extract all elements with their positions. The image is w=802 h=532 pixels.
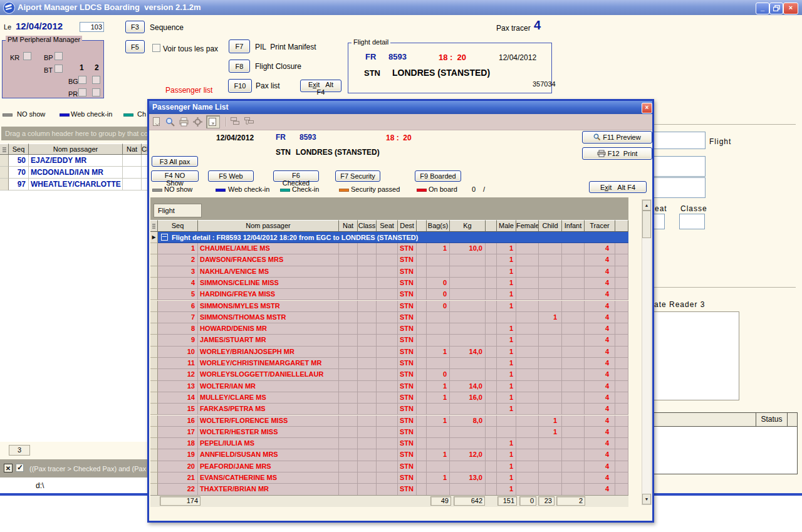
scroll-down-icon[interactable]: ▼ <box>642 494 651 504</box>
passenger-row[interactable]: 12WORLEYSLOGGETT/DANIELLELAURSTN014 <box>150 369 628 380</box>
dialog-exit-button[interactable]: ExitAlt F4 <box>589 181 647 193</box>
grid-header-seq[interactable]: Seq <box>158 220 198 232</box>
f3-button[interactable]: F3 <box>125 21 145 33</box>
passenger-row[interactable]: 16WOLTER/FLORENCE MISSSTN18,014 <box>150 415 628 427</box>
f9-boarded-button[interactable]: F9 Boarded <box>415 170 461 182</box>
collapse-groups-icon[interactable] <box>230 117 241 127</box>
passenger-row[interactable]: 10WORLEY/BRIANJOSEPH MRSTN114,014 <box>150 347 628 358</box>
grid-header-sp1[interactable] <box>417 220 427 232</box>
counter-input[interactable] <box>80 22 104 32</box>
filter-checkbox[interactable] <box>16 464 24 472</box>
passenger-row[interactable]: 9JAMES/STUART MRSTN14 <box>150 335 628 346</box>
pr-checkbox-2[interactable] <box>92 88 100 96</box>
cell-bags: 0 <box>427 301 450 312</box>
grid-header-tracer[interactable]: Tracer <box>585 220 615 232</box>
search-icon[interactable] <box>165 117 175 127</box>
layout-toggle-button[interactable] <box>206 115 220 128</box>
status-table-status-header[interactable]: Status <box>756 413 788 427</box>
group-by-tab[interactable]: Flight detail△ <box>154 204 202 217</box>
bg-table-row[interactable]: 50EJAZ/EDDY MR <box>0 155 148 167</box>
classe-input[interactable] <box>679 214 705 229</box>
passenger-row[interactable]: 2DAWSON/FRANCES MRSSTN14 <box>150 254 628 266</box>
bg-header-Seq[interactable]: Seq <box>9 143 29 155</box>
grid-header-gutter[interactable] <box>150 220 158 232</box>
bg-header-Nat[interactable]: Nat <box>123 143 142 155</box>
grid-header-dest[interactable]: Dest <box>398 220 417 232</box>
bg-header-gutter[interactable] <box>0 143 9 155</box>
passenger-row[interactable]: 19ANNFIELD/SUSAN MRSSTN112,014 <box>150 449 628 461</box>
grid-header-seat[interactable]: Seat <box>377 220 398 232</box>
grid-header-name[interactable]: Nom passager <box>198 220 339 232</box>
bp-checkbox[interactable] <box>55 52 63 60</box>
f12-print-button[interactable]: F12 Print <box>582 147 652 160</box>
passenger-row[interactable]: 14MULLEY/CLARE MSSTN116,014 <box>150 392 628 404</box>
dialog-close-icon[interactable]: × <box>642 103 652 113</box>
group-row-caption[interactable]: Flight detail : FR8593 12/04/2012 18:20 … <box>158 232 628 243</box>
voir-tous-checkbox[interactable] <box>152 44 160 52</box>
filter-clear-button[interactable]: ✕ <box>4 464 13 472</box>
passenger-row[interactable]: 17WOLTER/HESTER MISSSTN14 <box>150 427 628 438</box>
cell-nat <box>339 427 358 438</box>
group-row[interactable]: ▶Flight detail : FR8593 12/04/2012 18:20… <box>150 232 628 243</box>
bg-checkbox-2[interactable] <box>92 76 100 84</box>
pr-checkbox-1[interactable] <box>78 88 86 96</box>
f4-no-show-button[interactable]: F4 NO Show <box>151 170 199 182</box>
scrollbar-thumb[interactable] <box>642 211 651 238</box>
scroll-up-icon[interactable]: ▲ <box>642 200 651 211</box>
grid-header-male[interactable]: Male <box>497 220 516 232</box>
grid-header-kg[interactable]: Kg <box>450 220 486 232</box>
grid-header-cls[interactable]: Class <box>358 220 377 232</box>
passenger-row[interactable]: 3NAKHLA/VENICE MSSTN14 <box>150 266 628 278</box>
passenger-row[interactable]: 11WORLEY/CHRISTINEMARGARET MRSTN14 <box>150 358 628 369</box>
f5-web-button[interactable]: F5 Web <box>208 170 254 182</box>
passenger-row[interactable]: 1CHAUMEL/AMLIE MSSTN110,014 <box>150 243 628 254</box>
exit-button[interactable]: ExitAlt F4 <box>300 80 341 92</box>
f3-all-pax-button[interactable]: F3 All pax <box>152 156 198 167</box>
passenger-row[interactable]: 6SIMMONS/MYLES MSTRSTN014 <box>150 301 628 312</box>
status-table-extra-header[interactable] <box>788 413 797 427</box>
grid-header-child[interactable]: Child <box>539 220 562 232</box>
passenger-row[interactable]: 8HOWARD/DENIS MRSTN14 <box>150 323 628 335</box>
bg-table-row[interactable]: 70MCDONALD/IAN MR <box>0 167 148 179</box>
passenger-row[interactable]: 4SIMMONS/CELINE MISSSTN014 <box>150 278 628 289</box>
passenger-row[interactable]: 22THAXTER/BRIAN MRSTN14 <box>150 484 628 495</box>
expand-groups-icon[interactable] <box>244 117 254 127</box>
passenger-row[interactable]: 21EVANS/CATHERINE MSSTN113,014 <box>150 472 628 484</box>
export-page-icon[interactable] <box>151 117 162 127</box>
grid-header-bags[interactable]: Bag(s) <box>427 220 450 232</box>
grid-header-infant[interactable]: Infant <box>562 220 585 232</box>
grid-header-fill[interactable] <box>615 220 628 232</box>
print-icon[interactable] <box>179 117 189 127</box>
legend-swatch-1 <box>216 189 226 192</box>
cell-seq: 2 <box>158 254 198 266</box>
passenger-row[interactable]: 13WOLTER/IAN MRSTN114,014 <box>150 381 628 392</box>
passenger-row[interactable]: 15FARKAS/PETRA MSSTN14 <box>150 404 628 415</box>
cell-male: 1 <box>497 438 516 449</box>
passenger-row[interactable]: 18PEPEL/IULIA MSSTN14 <box>150 438 628 449</box>
f6-checked-button[interactable]: F6 Checked <box>273 170 319 182</box>
passenger-row[interactable]: 20PEAFORD/JANE MRSSTN14 <box>150 461 628 472</box>
maximize-button[interactable] <box>769 3 783 14</box>
grid-header-female[interactable]: Female <box>516 220 539 232</box>
f7-button[interactable]: F7 <box>229 39 250 53</box>
grid-vertical-scrollbar[interactable]: ▲ ▼ <box>642 199 652 505</box>
bg-checkbox-1[interactable] <box>78 76 86 84</box>
passenger-row[interactable]: 7SIMMONS/THOMAS MSTRSTN14 <box>150 312 628 323</box>
close-icon[interactable]: × <box>783 3 798 14</box>
f8-button[interactable]: F8 <box>229 60 250 73</box>
f5-button[interactable]: F5 <box>125 40 145 53</box>
collapse-group-icon[interactable] <box>161 234 168 241</box>
passenger-row[interactable]: 5HARDING/FREYA MISSSTN014 <box>150 289 628 300</box>
bg-table-row[interactable]: 97WHEATLEY/CHARLOTTE MS <box>0 179 148 190</box>
bg-header-Nom passager[interactable]: Nom passager <box>29 143 123 155</box>
bt-checkbox[interactable] <box>55 65 63 73</box>
kr-checkbox[interactable] <box>23 52 31 60</box>
f10-button[interactable]: F10 <box>228 79 252 93</box>
gear-icon[interactable] <box>192 117 203 127</box>
grid-header-nat[interactable]: Nat <box>339 220 358 232</box>
minimize-button[interactable]: _ <box>756 3 769 14</box>
grid-header-sp2[interactable] <box>486 220 497 232</box>
f11-preview-button[interactable]: F11 Preview <box>582 131 652 143</box>
f7-security-button[interactable]: F7 Security <box>335 170 380 182</box>
cell-tracer: 4 <box>585 381 615 392</box>
